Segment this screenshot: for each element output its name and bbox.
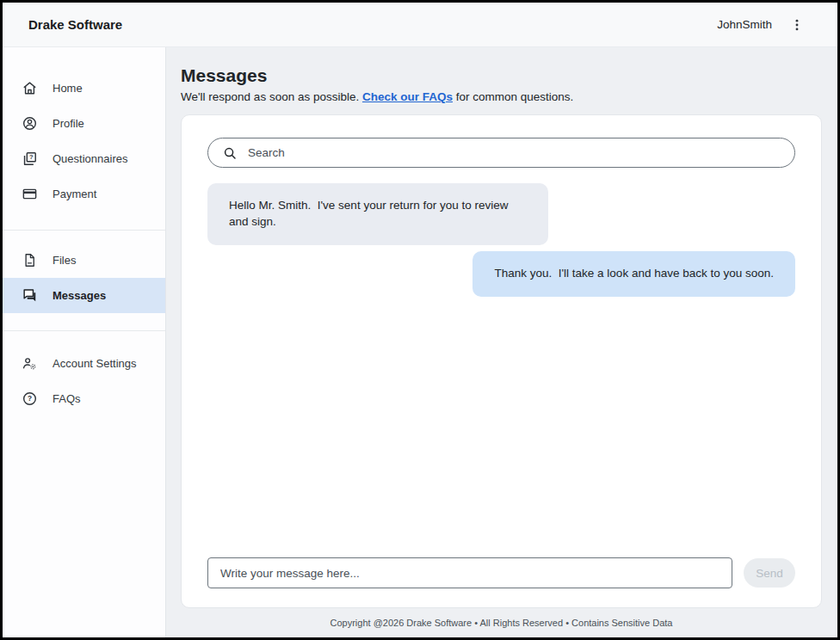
- sidebar-item-questionnaires[interactable]: ? Questionnaires: [3, 141, 165, 176]
- send-button[interactable]: Send: [744, 558, 795, 588]
- search-bar[interactable]: [207, 138, 795, 168]
- sidebar-item-profile[interactable]: Profile: [3, 106, 165, 141]
- sidebar-item-label: FAQs: [52, 392, 81, 405]
- sidebar-item-messages[interactable]: Messages: [3, 278, 165, 313]
- sidebar-item-label: Payment: [52, 188, 96, 200]
- sidebar-divider: [3, 330, 165, 331]
- brand-title: Drake Software: [28, 17, 122, 32]
- profile-icon: [22, 115, 38, 132]
- sidebar-item-label: Messages: [52, 289, 106, 302]
- sidebar-item-label: Account Settings: [52, 357, 137, 370]
- sidebar: Home Profile ? Questionnaires Payment: [3, 47, 166, 637]
- message-composer: Send: [207, 557, 795, 588]
- chat-card: Hello Mr. Smith. I've sent your return f…: [181, 114, 822, 608]
- user-menu-label[interactable]: JohnSmith: [717, 18, 772, 31]
- page-subtitle: We'll respond as soon as possible. Check…: [181, 90, 822, 103]
- sidebar-item-account-settings[interactable]: Account Settings: [3, 346, 165, 381]
- sidebar-item-label: Questionnaires: [52, 152, 127, 165]
- file-icon: [22, 252, 38, 268]
- questionnaire-icon: ?: [22, 151, 38, 167]
- sidebar-item-payment[interactable]: Payment: [3, 176, 165, 212]
- search-input[interactable]: [248, 146, 781, 159]
- svg-text:?: ?: [28, 394, 32, 403]
- sidebar-item-label: Profile: [52, 117, 84, 130]
- home-icon: [22, 80, 38, 96]
- subtitle-text-before: We'll respond as soon as possible.: [181, 90, 362, 103]
- search-icon: [222, 145, 238, 161]
- app-header: Drake Software JohnSmith: [3, 3, 837, 47]
- credit-card-icon: [22, 186, 38, 202]
- chat-bubbles-icon: [22, 287, 38, 304]
- sidebar-item-faqs[interactable]: ? FAQs: [3, 381, 165, 416]
- svg-text:?: ?: [29, 153, 34, 161]
- check-faqs-link[interactable]: Check our FAQs: [362, 90, 453, 103]
- footer-copyright: Copyright @2026 Drake Software • All Rig…: [181, 608, 822, 637]
- kebab-menu-icon[interactable]: [789, 15, 805, 34]
- sidebar-item-home[interactable]: Home: [3, 71, 165, 106]
- page-title: Messages: [181, 65, 822, 86]
- subtitle-text-after: for common questions.: [453, 90, 573, 103]
- chat-message-incoming: Hello Mr. Smith. I've sent your return f…: [207, 183, 548, 245]
- header-right: JohnSmith: [717, 15, 805, 34]
- chat-empty-area: [207, 297, 795, 557]
- help-circle-icon: ?: [22, 391, 38, 407]
- sidebar-item-label: Files: [52, 254, 76, 267]
- sidebar-item-label: Home: [52, 82, 83, 95]
- chat-message-outgoing: Thank you. I'll take a look and have bac…: [472, 251, 795, 297]
- app-window: Drake Software JohnSmith Home Profile: [0, 0, 840, 640]
- account-gear-icon: [22, 355, 38, 372]
- sidebar-divider: [3, 230, 165, 231]
- main-content: Messages We'll respond as soon as possib…: [166, 47, 837, 637]
- sidebar-item-files[interactable]: Files: [3, 243, 165, 278]
- message-input[interactable]: [207, 557, 732, 588]
